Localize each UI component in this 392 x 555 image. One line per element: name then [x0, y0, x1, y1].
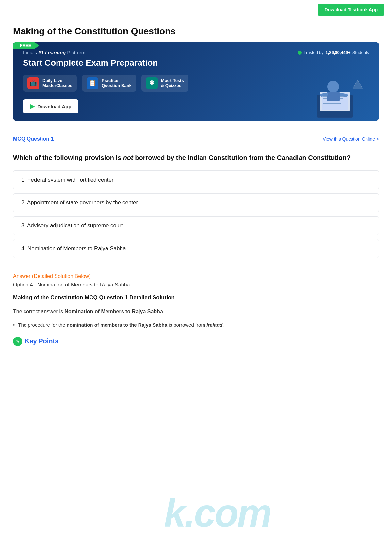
- tagline-suffix: Platform: [66, 50, 85, 55]
- tagline-bold: #1 Learning: [38, 50, 66, 55]
- main-content: MCQ Question 1 View this Question Online…: [0, 131, 392, 346]
- top-bar: Download Testbook App: [0, 0, 392, 20]
- question-text: Which of the following provision is not …: [13, 153, 379, 163]
- practice-icon: 📋: [87, 77, 98, 89]
- solution-title: Making of the Constitution MCQ Question …: [13, 294, 379, 301]
- banner-illustration: [297, 62, 369, 121]
- answer-section: Answer (Detailed Solution Below) Option …: [13, 268, 379, 346]
- correct-prefix: The correct answer is: [13, 309, 64, 314]
- bullet-prefix: The procedure for the: [18, 322, 66, 328]
- trusted-badge: Trusted by 1,86,00,449+ Students: [298, 50, 369, 55]
- play-icon: ▶: [30, 103, 35, 110]
- answer-detail-label: (Detailed Solution Below): [32, 273, 91, 279]
- mock-test-icon: ✱: [146, 77, 158, 89]
- feature-practice[interactable]: 📋 PracticeQuestion Bank: [82, 75, 136, 92]
- bullet-dot: •: [13, 321, 15, 329]
- banner-top-row: India's #1 Learning Platform Trusted by …: [23, 50, 369, 55]
- trusted-dot: [298, 51, 302, 55]
- option-1-number: 1.: [21, 177, 26, 183]
- option-3[interactable]: 3. Advisory adjudication of supreme cour…: [13, 216, 379, 235]
- feature-mock-tests[interactable]: ✱ Mock Tests& Quizzes: [141, 75, 188, 92]
- banner-download-label: Download App: [37, 104, 71, 109]
- view-online-link[interactable]: View this Question Online >: [323, 136, 379, 142]
- answer-value: Option 4 : Nomination of Members to Rajy…: [13, 282, 379, 288]
- mcq-label: MCQ Question 1: [13, 136, 54, 142]
- feature2-label: PracticeQuestion Bank: [102, 78, 132, 88]
- trusted-suffix: Students: [352, 50, 369, 55]
- option-2[interactable]: 2. Appointment of state governors by the…: [13, 193, 379, 212]
- bullet-country: Ireland: [206, 322, 222, 328]
- tagline-prefix: India's: [23, 50, 38, 55]
- bullet-bold: nomination of members to the Rajya Sabha: [67, 322, 167, 328]
- option-4-text: Nomination of Members to Rajya Sabha: [27, 245, 126, 251]
- feature-daily-live[interactable]: 📺 Daily LiveMasterClasses: [23, 75, 77, 92]
- banner-download-button[interactable]: ▶ Download App: [23, 99, 78, 113]
- key-points-header[interactable]: ✎ Key Points: [13, 337, 379, 346]
- svg-point-7: [327, 81, 339, 93]
- promo-banner: FREE India's #1 Learning Platform Truste…: [13, 42, 379, 121]
- page-title: Making of the Constitution Questions: [0, 20, 392, 42]
- svg-rect-8: [327, 92, 340, 101]
- feature1-label: Daily LiveMasterClasses: [42, 78, 72, 88]
- key-points-icon: ✎: [13, 337, 22, 346]
- banner-tagline: India's #1 Learning Platform: [23, 50, 85, 55]
- bullet-mid: is borrowed from: [167, 322, 206, 328]
- options-list: 1. Federal system with fortified center …: [13, 170, 379, 258]
- option-2-text: Appointment of state governors by the ce…: [27, 199, 138, 206]
- correct-answer-text: The correct answer is Nomination of Memb…: [13, 307, 379, 316]
- option-3-number: 3.: [21, 222, 26, 229]
- mcq-header: MCQ Question 1 View this Question Online…: [13, 131, 379, 146]
- correct-suffix: .: [163, 309, 164, 314]
- bullet-point-1: • The procedure for the nomination of me…: [13, 321, 379, 329]
- trusted-prefix: Trusted by: [303, 50, 323, 55]
- svg-marker-11: [353, 80, 363, 88]
- download-testbook-btn[interactable]: Download Testbook App: [318, 4, 384, 16]
- option-4[interactable]: 4. Nomination of Members to Rajya Sabha: [13, 239, 379, 258]
- bullet-end: .: [222, 322, 224, 328]
- daily-live-icon: 📺: [27, 77, 39, 89]
- key-points-label[interactable]: Key Points: [25, 338, 58, 345]
- watermark: k.com: [164, 490, 271, 535]
- trusted-count: 1,86,00,449+: [325, 50, 350, 55]
- answer-label: Answer (Detailed Solution Below): [13, 273, 379, 279]
- bullet-text: The procedure for the nomination of memb…: [18, 321, 224, 329]
- option-1-text: Federal system with fortified center: [27, 177, 114, 183]
- feature3-label: Mock Tests& Quizzes: [161, 78, 184, 88]
- option-1[interactable]: 1. Federal system with fortified center: [13, 170, 379, 189]
- free-badge: FREE: [13, 42, 39, 49]
- option-4-number: 4.: [21, 245, 26, 251]
- option-3-text: Advisory adjudication of supreme court: [27, 222, 123, 229]
- option-2-number: 2.: [21, 199, 26, 206]
- correct-bold: Nomination of Members to Rajya Sabha: [64, 309, 163, 314]
